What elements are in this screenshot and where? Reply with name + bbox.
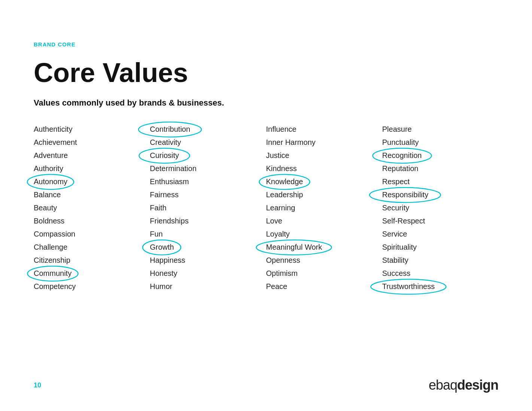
values-grid: AuthenticityAchievementAdventureAuthorit… [34, 123, 498, 293]
svg-point-0 [27, 174, 74, 189]
value-item: Justice [266, 149, 382, 162]
page-container: BRAND CORE Core Values Values commonly u… [0, 0, 532, 411]
value-item: Security [382, 201, 498, 214]
value-item: Stability [382, 254, 498, 267]
value-item: Authority [34, 162, 150, 175]
column-col1: AuthenticityAchievementAdventureAuthorit… [34, 123, 150, 293]
value-item: Compassion [34, 228, 150, 241]
value-item: Leadership [266, 188, 382, 201]
value-item: Contribution [150, 123, 266, 136]
value-item: Kindness [266, 162, 382, 175]
brand-core-label: BRAND CORE [34, 0, 498, 48]
value-item: Enthusiasm [150, 175, 266, 188]
value-item: Adventure [34, 149, 150, 162]
svg-point-5 [259, 174, 310, 189]
value-item: Community [34, 267, 150, 280]
value-item: Love [266, 214, 382, 228]
value-item: Challenge [34, 241, 150, 254]
value-item: Beauty [34, 201, 150, 214]
value-item: Faith [150, 201, 266, 214]
value-item: Responsibility [382, 188, 498, 201]
value-item: Determination [150, 162, 266, 175]
value-item: Friendships [150, 214, 266, 228]
footer: 10 ebaqdesign [34, 377, 498, 393]
column-col3: InfluenceInner HarmonyJusticeKindnessKno… [266, 123, 382, 293]
value-item: Openness [266, 254, 382, 267]
value-item: Growth [150, 241, 266, 254]
value-item: Self-Respect [382, 214, 498, 228]
value-item: Honesty [150, 267, 266, 280]
value-item: Peace [266, 280, 382, 293]
page-number: 10 [34, 381, 41, 389]
value-item: Pleasure [382, 123, 498, 136]
value-item: Inner Harmony [266, 136, 382, 149]
column-col2: ContributionCreativityCuriosityDetermina… [150, 123, 266, 293]
value-item: Fun [150, 228, 266, 241]
value-item: Curiosity [150, 149, 266, 162]
value-item: Authenticity [34, 123, 150, 136]
value-item: Loyalty [266, 228, 382, 241]
value-item: Respect [382, 175, 498, 188]
value-item: Service [382, 228, 498, 241]
svg-point-9 [371, 279, 446, 294]
value-item: Autonomy [34, 175, 150, 188]
value-item: Boldness [34, 214, 150, 228]
value-item: Creativity [150, 136, 266, 149]
value-item: Happiness [150, 254, 266, 267]
svg-point-1 [27, 266, 78, 281]
svg-point-6 [256, 240, 332, 255]
value-item: Influence [266, 123, 382, 136]
value-item: Fairness [150, 188, 266, 201]
column-col4: PleasurePunctualityRecognitionReputation… [382, 123, 498, 293]
value-item: Spirituality [382, 241, 498, 254]
value-item: Citizenship [34, 254, 150, 267]
value-item: Knowledge [266, 175, 382, 188]
value-item: Achievement [34, 136, 150, 149]
value-item: Humor [150, 280, 266, 293]
value-item: Meaningful Work [266, 241, 382, 254]
value-item: Competency [34, 280, 150, 293]
value-item: Balance [34, 188, 150, 201]
logo: ebaqdesign [429, 377, 498, 393]
value-item: Punctuality [382, 136, 498, 149]
value-item: Reputation [382, 162, 498, 175]
value-item: Recognition [382, 149, 498, 162]
page-title: Core Values [34, 58, 498, 88]
subtitle: Values commonly used by brands & busines… [34, 98, 498, 108]
value-item: Optimism [266, 267, 382, 280]
value-item: Learning [266, 201, 382, 214]
value-item: Success [382, 267, 498, 280]
value-item: Trustworthiness [382, 280, 498, 293]
